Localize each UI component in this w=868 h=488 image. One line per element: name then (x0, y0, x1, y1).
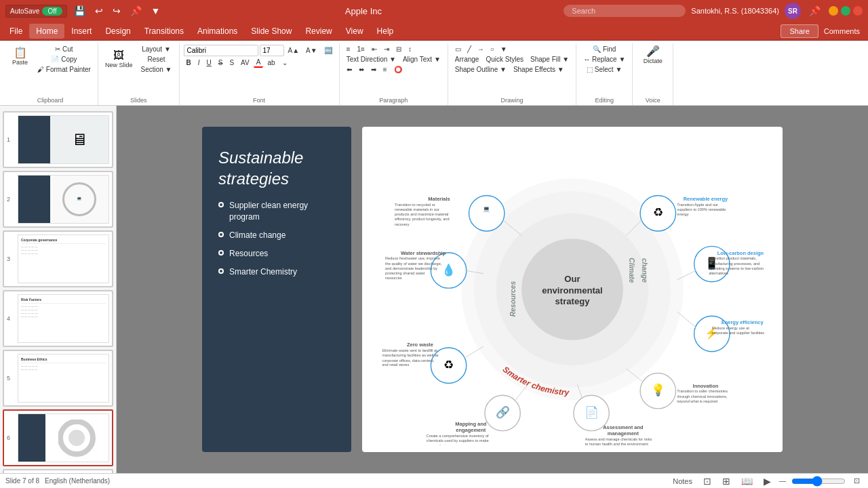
slide-thumb-7[interactable]: 7 Corporate culture — — — — — — — — — — (3, 469, 113, 473)
underline-button[interactable]: U (204, 58, 214, 67)
section-button[interactable]: Section ▼ (138, 65, 174, 74)
notes-button[interactable]: Notes (670, 476, 695, 487)
view-presenter-button[interactable]: ▶ (761, 474, 774, 488)
zoom-slider[interactable] (791, 476, 846, 487)
replace-button[interactable]: ↔ Replace ▼ (580, 55, 628, 64)
align-center-button[interactable]: ⬌ (356, 65, 367, 74)
numbering-button[interactable]: 1≡ (355, 45, 368, 54)
menu-view[interactable]: View (339, 24, 370, 39)
text-direction-button[interactable]: Text Direction ▼ (344, 55, 399, 64)
highlight-button[interactable]: ab (264, 58, 277, 67)
slide-thumb-1[interactable]: 1 🖥 (3, 111, 113, 168)
menu-insert[interactable]: Insert (64, 24, 98, 39)
convert-smartart-button[interactable]: ⭕ (391, 65, 405, 74)
shadow-button[interactable]: S (226, 58, 237, 67)
align-text-button[interactable]: Align Text ▼ (400, 55, 443, 64)
format-painter-button[interactable]: 🖌 Format Painter (35, 65, 94, 74)
view-reading-button[interactable]: 📖 (738, 474, 755, 488)
increase-font-button[interactable]: A▲ (285, 46, 302, 55)
autosave-badge[interactable]: AutoSave Off (5, 5, 67, 18)
right-panel[interactable]: Our environmental strategy Resources Cli… (362, 127, 783, 452)
italic-button[interactable]: I (195, 58, 203, 67)
clipboard-label: Clipboard (37, 96, 64, 104)
menu-review[interactable]: Review (298, 24, 338, 39)
menu-transitions[interactable]: Transitions (138, 24, 191, 39)
search-input[interactable] (564, 5, 686, 17)
decrease-indent-button[interactable]: ⇤ (369, 45, 380, 54)
layout-button[interactable]: Layout ▼ (138, 45, 174, 54)
reset-button[interactable]: Reset (138, 55, 174, 64)
find-button[interactable]: 🔍 Find (580, 45, 628, 54)
shape-effects-button[interactable]: Shape Effects ▼ (511, 65, 567, 74)
redo-button[interactable]: ↪ (110, 4, 123, 18)
arrange-button[interactable]: Arrange (452, 55, 482, 64)
customize-button[interactable]: 📌 (127, 4, 144, 18)
align-right-button[interactable]: ➡ (368, 65, 379, 74)
spacing-button[interactable]: AV (238, 58, 252, 67)
ribbon-group-drawing: ▭ ╱ → ○ ▼ Arrange Quick Styles Shape Fil… (448, 43, 576, 105)
svg-text:change: change (641, 258, 648, 283)
ribbon-toggle-button[interactable]: 📌 (806, 4, 823, 18)
bold-button[interactable]: B (184, 58, 194, 67)
slides-label: Slides (130, 96, 147, 104)
shape-more[interactable]: ▼ (498, 45, 510, 54)
menu-home[interactable]: Home (29, 24, 64, 39)
minimize-button[interactable] (829, 6, 838, 16)
autosave-toggle[interactable]: Off (42, 7, 62, 16)
strikethrough-button[interactable]: S (216, 58, 226, 67)
diagram-svg: Our environmental strategy Resources Cli… (376, 134, 769, 445)
view-sorter-button[interactable]: ⊞ (719, 474, 733, 488)
shape-arrow[interactable]: → (475, 45, 487, 54)
share-button[interactable]: Share (781, 24, 818, 38)
menu-design[interactable]: Design (98, 24, 137, 39)
shape-line[interactable]: ╱ (465, 45, 474, 54)
slide-thumb-2[interactable]: 2 💻 (3, 171, 113, 228)
menu-file[interactable]: File (3, 24, 29, 39)
bullets-button[interactable]: ≡ (344, 45, 353, 54)
close-button[interactable] (853, 6, 863, 16)
bullet-list: Supplier clean energy program Climate ch… (218, 200, 335, 277)
maximize-button[interactable] (841, 6, 850, 16)
more-button[interactable]: ▼ (149, 4, 163, 18)
more-font-button[interactable]: ⌄ (279, 58, 290, 67)
view-normal-button[interactable]: ⊡ (701, 474, 714, 488)
svg-text:Energy efficiency: Energy efficiency (722, 319, 764, 325)
justify-button[interactable]: ≡ (380, 65, 390, 74)
font-color-button[interactable]: A (254, 58, 264, 68)
svg-text:Innovation: Innovation (693, 383, 719, 389)
slide-thumb-5[interactable]: 5 Business Ethics — — — — — — — — — — (3, 350, 113, 407)
shape-circle[interactable]: ○ (488, 45, 497, 54)
new-slide-button[interactable]: 🖼 New Slide (102, 49, 136, 70)
slide-thumb-6[interactable]: 6 (3, 409, 113, 466)
dictate-icon: 🎤 (646, 46, 660, 57)
dictate-button[interactable]: 🎤 Dictate (641, 45, 665, 66)
line-spacing-button[interactable]: ↕ (406, 45, 414, 54)
save-button[interactable]: 💾 (71, 4, 88, 18)
menu-help[interactable]: Help (370, 24, 401, 39)
shape-outline-button[interactable]: Shape Outline ▼ (452, 65, 509, 74)
titlebar-left: AutoSave Off 💾 ↩ ↪ 📌 ▼ (5, 4, 163, 18)
decrease-font-button[interactable]: A▼ (303, 46, 320, 55)
copy-button[interactable]: 📄 Copy (35, 55, 94, 64)
menu-animations[interactable]: Animations (191, 24, 244, 39)
comments-button[interactable]: Comments (818, 25, 865, 37)
shape-rect[interactable]: ▭ (452, 45, 464, 54)
slide-thumb-3[interactable]: 3 Corporate governance — — — — — — — — —… (3, 230, 113, 287)
cut-button[interactable]: ✂ Cut (35, 45, 94, 54)
fit-slide-button[interactable]: ⊡ (851, 475, 863, 487)
font-size-input[interactable] (260, 45, 284, 56)
clear-format-button[interactable]: 🔤 (321, 46, 335, 55)
increase-indent-button[interactable]: ⇥ (381, 45, 392, 54)
quick-styles-button[interactable]: Quick Styles (483, 55, 526, 64)
slide-thumb-4[interactable]: 4 Risk Factors — — — — — — — — — — — — —… (3, 290, 113, 347)
align-left-button[interactable]: ⬅ (344, 65, 355, 74)
undo-button[interactable]: ↩ (92, 4, 106, 18)
shape-fill-button[interactable]: Shape Fill ▼ (528, 55, 572, 64)
menu-slideshow[interactable]: Slide Show (244, 24, 298, 39)
paste-button[interactable]: 📋 Paste (7, 45, 33, 74)
font-name-input[interactable] (184, 45, 258, 56)
select-button[interactable]: ⬚ Select ▼ (580, 65, 628, 74)
avatar[interactable]: SR (785, 3, 801, 19)
left-panel[interactable]: Sustainable strategies Supplier clean en… (202, 127, 351, 452)
columns-button[interactable]: ⊟ (393, 45, 404, 54)
